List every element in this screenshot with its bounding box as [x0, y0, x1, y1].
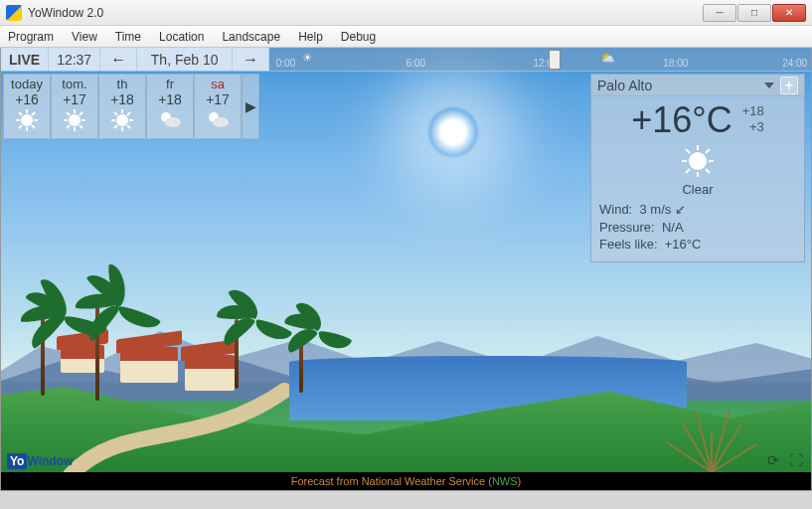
- house: [185, 355, 235, 391]
- titlebar: YoWindow 2.0 ─ □ ✕: [0, 0, 812, 26]
- svg-line-5: [19, 112, 22, 115]
- svg-line-25: [127, 112, 130, 115]
- feels-like-label: Feels like:: [599, 237, 658, 252]
- svg-line-26: [114, 125, 117, 128]
- sun-icon: [52, 109, 97, 134]
- svg-line-14: [67, 112, 70, 115]
- pressure-value: N/A: [662, 220, 684, 235]
- sky-sun: [428, 107, 478, 157]
- footer-prefix: Forecast from National Weather Service (: [291, 475, 492, 487]
- brand-window: Window: [27, 454, 73, 468]
- feels-like-value: +16°C: [665, 237, 702, 252]
- footer: Forecast from National Weather Service (…: [1, 472, 811, 490]
- footer-source[interactable]: NWS: [492, 475, 518, 487]
- timeline-cursor[interactable]: [549, 50, 561, 70]
- fullscreen-icon[interactable]: ⛶: [789, 452, 803, 468]
- window-controls: ─ □ ✕: [702, 4, 806, 22]
- bush: [652, 403, 771, 472]
- arrow-down-left-icon: ↙: [675, 202, 686, 217]
- timeline-tick: 0:00: [276, 58, 295, 69]
- prev-day-button[interactable]: ←: [100, 48, 137, 71]
- date-display[interactable]: Th, Feb 10: [137, 48, 233, 71]
- forecast-temp: +18: [147, 91, 193, 107]
- location-dropdown-icon[interactable]: [764, 83, 774, 88]
- menu-help[interactable]: Help: [298, 30, 323, 44]
- svg-point-31: [689, 152, 707, 170]
- svg-line-38: [706, 149, 710, 153]
- sun-icon: [599, 143, 796, 182]
- svg-line-17: [67, 125, 70, 128]
- svg-line-37: [706, 169, 710, 173]
- wind-value: 3 m/s: [639, 202, 671, 217]
- timeline-tick: 6:00: [406, 58, 425, 69]
- condition-text: Clear: [599, 182, 796, 197]
- forecast-label: today: [4, 77, 50, 91]
- clock[interactable]: 12:37: [49, 48, 100, 71]
- forecast-temp: +18: [99, 91, 145, 107]
- palm-tree: [299, 331, 303, 393]
- timeline-tick: 18:00: [663, 58, 688, 69]
- forecast-more-button[interactable]: ▶: [242, 74, 259, 139]
- forecast-label: tom.: [52, 77, 97, 91]
- wind-label: Wind:: [599, 202, 632, 217]
- timeline-controls: LIVE 12:37 ← Th, Feb 10 →: [1, 48, 269, 71]
- forecast-day-today[interactable]: today +16: [3, 74, 51, 139]
- forecast-temp: +16: [4, 91, 50, 107]
- menu-program[interactable]: Program: [8, 30, 54, 44]
- live-button[interactable]: LIVE: [1, 48, 49, 71]
- high-temperature: +18: [742, 103, 764, 119]
- svg-line-23: [114, 112, 117, 115]
- menubar: Program View Time Location Landscape Hel…: [0, 26, 812, 48]
- low-temperature: +3: [742, 119, 764, 135]
- sun-icon: [99, 109, 145, 134]
- svg-line-36: [686, 149, 690, 153]
- minimize-button[interactable]: ─: [703, 4, 736, 22]
- timeline: LIVE 12:37 ← Th, Feb 10 → 0:00 6:00 12:0…: [1, 48, 811, 72]
- svg-line-6: [32, 125, 35, 128]
- location-name[interactable]: Palo Alto: [597, 78, 758, 93]
- forecast-day-sa[interactable]: sa +17: [194, 74, 242, 139]
- current-temperature: +16°C: [631, 99, 731, 141]
- forecast-temp: +17: [52, 91, 97, 107]
- forecast-label: th: [99, 77, 145, 91]
- next-day-button[interactable]: →: [233, 48, 269, 71]
- svg-line-16: [80, 112, 82, 115]
- house: [120, 347, 178, 383]
- forecast-day-th[interactable]: th +18: [98, 74, 146, 139]
- svg-point-28: [165, 117, 181, 127]
- svg-point-9: [69, 114, 81, 126]
- svg-line-7: [32, 112, 35, 115]
- app-icon: [6, 5, 22, 21]
- svg-line-15: [80, 125, 82, 128]
- menu-debug[interactable]: Debug: [341, 30, 376, 44]
- svg-line-39: [686, 169, 690, 173]
- palm-tree: [41, 316, 45, 396]
- menu-view[interactable]: View: [72, 30, 97, 44]
- menu-time[interactable]: Time: [115, 30, 141, 44]
- weather-panel-header: Palo Alto +: [591, 75, 804, 96]
- refresh-icon[interactable]: ⟳: [767, 452, 779, 468]
- svg-point-30: [213, 117, 229, 127]
- svg-point-0: [21, 114, 33, 126]
- window-title: YoWindow 2.0: [28, 6, 103, 20]
- menu-location[interactable]: Location: [159, 30, 204, 44]
- forecast-row: today +16 tom. +17 th +18 fr +18 sa +17 …: [3, 74, 259, 139]
- weather-panel: Palo Alto + +16°C +18 +3 Clear Wind: 3 m…: [590, 74, 805, 262]
- svg-point-18: [116, 114, 128, 126]
- partly-cloudy-icon: [147, 109, 193, 132]
- palm-tree: [235, 319, 239, 389]
- forecast-temp: +17: [195, 91, 241, 107]
- maximize-button[interactable]: □: [737, 4, 771, 22]
- pressure-label: Pressure:: [599, 220, 655, 235]
- svg-line-24: [127, 125, 130, 128]
- timeline-track[interactable]: 0:00 6:00 12:00 18:00 24:00 ☀ ⛅: [269, 48, 811, 71]
- partly-cloudy-icon: ⛅: [600, 51, 615, 65]
- menu-landscape[interactable]: Landscape: [222, 30, 280, 44]
- sun-icon: ☀: [302, 51, 313, 65]
- forecast-day-tomorrow[interactable]: tom. +17: [51, 74, 98, 139]
- close-button[interactable]: ✕: [772, 4, 806, 22]
- add-location-button[interactable]: +: [780, 77, 798, 94]
- sun-icon: [4, 109, 50, 134]
- partly-cloudy-icon: [195, 109, 241, 132]
- forecast-day-fr[interactable]: fr +18: [146, 74, 194, 139]
